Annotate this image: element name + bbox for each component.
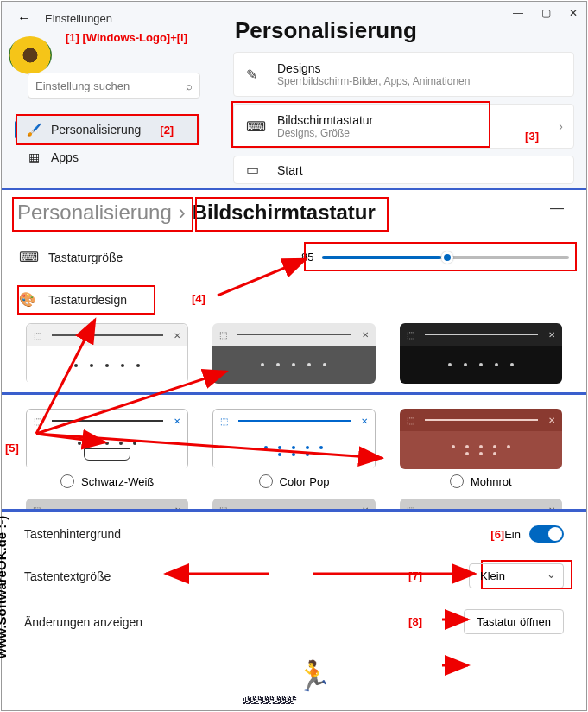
highlight-box-slider [304,242,577,271]
highlight-box-bc2 [195,197,389,232]
tile-list: ✎ Designs Sperrbildschirm-Bilder, Apps, … [233,52,574,191]
theme-picker-panel: [5] ⬚✕ Schwarz-Weiß ⬚✕ [2,395,586,509]
toggle-state-label: Ein [504,528,521,541]
radio-icon[interactable] [450,474,464,488]
annotation-8: [8] [408,615,422,628]
annotation-4: [4] [192,292,205,305]
key-text-size-label: Tastentextgröße [24,569,469,583]
minimize-button[interactable]: — [512,7,524,19]
grass-decoration: ⸙⸙⸙ ⸙⸙ ⸙⸙⸙⸙ [243,690,294,709]
annotation-5: [5] [5,442,19,455]
open-keyboard-button[interactable]: Tastatur öffnen [464,609,564,634]
highlight-box-bc1 [12,197,193,232]
back-button[interactable]: ← [10,7,38,29]
maximize-button[interactable]: ▢ [540,7,552,19]
search-box[interactable]: ⌕ [28,73,200,99]
start-icon: ▭ [246,162,265,178]
bottom-settings: Tastenhintergrund [6] Ein Tastentextgröß… [2,512,586,648]
annotation-3: [3] [525,130,539,143]
keyboard-settings-panel: Personalisierung › Bildschirmtastatur — … [2,190,586,392]
watermark: www.SoftwareOK.de :-) [0,516,9,658]
designs-icon: ✎ [246,67,265,83]
annotation-6: [6] [490,528,504,541]
close-button[interactable]: ✕ [567,7,579,19]
keyboard-size-icon: ⌨ [19,249,38,265]
keyboard-size-label: Tastaturgröße [48,251,301,264]
search-icon: ⌕ [186,79,193,92]
apps-icon: ▦ [27,150,41,164]
annotation-7: [7] [408,569,422,582]
theme-label: Color Pop [280,475,330,488]
settings-label: Einstellungen [45,12,112,25]
preview-changes-row: Änderungen anzeigen [8] Tastatur öffnen [2,599,586,645]
page-title: Personalisierung [235,17,417,44]
search-input[interactable] [35,79,186,92]
tile-designs[interactable]: ✎ Designs Sperrbildschirm-Bilder, Apps, … [233,52,574,97]
preview-changes-label: Änderungen anzeigen [24,615,464,629]
theme-label: Mohnrot [471,475,512,488]
theme-thumb-dark[interactable]: ⬚✕ [400,323,562,389]
runner-cartoon: 🏃 [295,658,332,693]
annotation-1: [1] [Windows-Logo]+[i] [66,31,187,44]
theme-row-labeled: ⬚✕ Schwarz-Weiß ⬚✕ Color Pop [2,395,586,492]
theme-schwarz-weiss[interactable]: ⬚✕ Schwarz-Weiß [26,409,188,488]
key-text-size-row: Tastentextgröße [7] Klein [2,553,586,599]
radio-icon[interactable] [259,474,273,488]
key-background-row: Tastenhintergrund [6] Ein [2,515,586,553]
theme-mohnrot[interactable]: ⬚✕ Mohnrot [400,409,562,488]
highlight-box-3 [231,101,490,148]
tile-title: Start [277,163,303,177]
theme-row-peek: ⬚✕ ⬚✕ ⬚✕ [2,492,586,509]
theme-color-pop[interactable]: ⬚✕ Color Pop [212,409,375,488]
highlight-box-design [17,285,155,315]
chevron-right-icon: › [559,119,563,133]
user-avatar[interactable] [9,36,52,74]
theme-label: Schwarz-Weiß [81,475,154,488]
settings-top-panel: ← Einstellungen Personalisierung — ▢ ✕ [… [2,2,586,190]
key-background-toggle[interactable] [529,525,564,543]
theme-thumb-mid[interactable]: ⬚✕ [212,323,375,389]
radio-icon[interactable] [60,474,74,488]
theme-row-top: ⬚✕ ⬚✕ ⬚✕ [2,316,586,392]
theme-thumb-light[interactable]: ⬚✕ [26,323,188,389]
minimize-button[interactable]: — [550,200,564,216]
highlight-box-2 [16,114,199,145]
tile-subtitle: Sperrbildschirm-Bilder, Apps, Animatione… [277,75,470,87]
nav-item-apps[interactable]: ▦ Apps [15,143,200,171]
key-text-size-dropdown[interactable]: Klein [469,563,564,588]
tile-title: Designs [277,61,470,75]
tile-start[interactable]: ▭ Start [233,156,574,184]
nav-item-label: Apps [51,150,79,164]
